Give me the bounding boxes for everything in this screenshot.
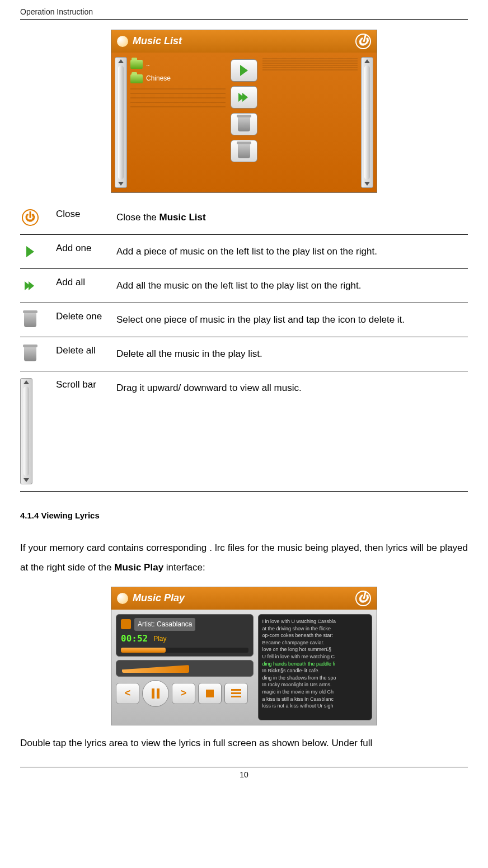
legend-row-scroll: Scroll bar Drag it upward/ downward to v… [20, 371, 468, 491]
playback-status: Play [153, 634, 166, 644]
legend-desc: Close the Music List [116, 201, 468, 235]
legend-name: Add all [56, 268, 116, 303]
section-paragraph-1: If your memory card contains correspondi… [20, 538, 468, 578]
lyrics-line: a kiss is still a kiss In Cassblanc [262, 696, 368, 703]
lyrics-line: Became champagne caviar. [262, 639, 368, 647]
right-scrollbar[interactable] [361, 57, 373, 188]
lyrics-line: love on the long hot summer£§ [262, 646, 368, 653]
progress-bar[interactable] [121, 648, 248, 653]
delete-one-icon [20, 310, 40, 330]
legend-desc: Add all the music on the left list to th… [116, 268, 468, 303]
delete-all-button[interactable] [231, 140, 257, 162]
lyrics-line: magic in the movie in my old Ch [262, 688, 368, 696]
legend-name: Delete all [56, 337, 116, 371]
download-icon[interactable] [121, 619, 131, 629]
folder-label: .. [146, 59, 150, 69]
music-list-mid-buttons [229, 57, 259, 188]
legend-row-close: ⏻ Close Close the Music List [20, 201, 468, 235]
lyrics-panel[interactable]: I in love with U watching Cassblaat the … [258, 614, 372, 720]
folder-icon [130, 74, 143, 83]
stop-button[interactable] [198, 683, 222, 704]
folder-label: Chinese [146, 74, 171, 83]
lyrics-line: In Rick£§s candle-lit cafe. [262, 667, 368, 674]
close-icon: ⏻ [22, 209, 39, 226]
lyrics-line: U fell in love with me watching C [262, 653, 368, 661]
legend-desc: Drag it upward/ downward to view all mus… [116, 371, 468, 491]
lyrics-line: at the driving show in the flicke [262, 625, 368, 633]
folder-item-chinese[interactable]: Chinese [130, 73, 226, 85]
add-one-icon [20, 242, 40, 262]
music-list-screenshot: Music List ⏻ .. Chinese [111, 30, 377, 193]
add-one-button[interactable] [231, 59, 257, 82]
legend-row-delete-one: Delete one Select one piece of music in … [20, 303, 468, 337]
music-list-title: Music List [133, 34, 182, 48]
legend-desc: Select one piece of music in the play li… [116, 303, 468, 337]
folder-item-parent[interactable]: .. [130, 58, 226, 70]
legend-desc: Add a piece of music on the left list to… [116, 234, 468, 268]
legend-row-add-all: Add all Add all the music on the left li… [20, 268, 468, 303]
page-header: Operation Instruction [20, 7, 468, 20]
folder-icon [130, 60, 143, 69]
left-scrollbar[interactable] [115, 57, 127, 188]
delete-all-icon [20, 344, 40, 364]
music-list-titlebar: Music List ⏻ [111, 30, 377, 53]
volume-panel[interactable] [116, 660, 254, 677]
page-number: 10 [20, 767, 468, 781]
playlist-button[interactable] [224, 683, 248, 704]
lyrics-line: kiss is not a kiss without Ur sigh [262, 702, 368, 710]
music-note-icon [117, 36, 128, 47]
scrollbar-icon [20, 378, 32, 484]
pause-button[interactable] [142, 680, 169, 707]
add-all-button[interactable] [231, 86, 257, 108]
music-list-left-pane: .. Chinese [130, 57, 226, 188]
next-button[interactable]: > [172, 683, 195, 704]
power-icon[interactable]: ⏻ [355, 591, 371, 606]
legend-name: Delete one [56, 303, 116, 337]
prev-button[interactable]: < [116, 683, 139, 704]
legend-name: Scroll bar [56, 371, 116, 491]
section-paragraph-2: Double tap the lyrics area to view the l… [20, 733, 468, 753]
lyrics-line: ding in the shadows from the spo [262, 674, 368, 682]
legend-desc: Delete all the music in the play list. [116, 337, 468, 371]
add-all-icon [20, 276, 40, 296]
lyrics-line: In rocky moonlight in Urs arms. [262, 681, 368, 688]
section-heading: 4.1.4 Viewing Lyrics [20, 510, 468, 521]
delete-one-button[interactable] [231, 113, 257, 135]
music-play-screenshot: Music Play ⏻ Artist: Casablanca 00:52 Pl… [111, 587, 377, 725]
artist-label: Artist: Casablanca [134, 618, 195, 631]
music-play-info-panel: Artist: Casablanca 00:52 Play [116, 614, 254, 657]
music-play-title: Music Play [133, 591, 185, 605]
lyrics-line: op-corn cokes beneath the star: [262, 632, 368, 639]
legend-name: Add one [56, 234, 116, 268]
music-play-titlebar: Music Play ⏻ [111, 587, 377, 610]
power-icon[interactable]: ⏻ [355, 34, 371, 49]
lyrics-line: ding hands beneath the paddle fi [262, 661, 368, 668]
music-list-right-pane [262, 57, 358, 188]
legend-row-add-one: Add one Add a piece of music on the left… [20, 234, 468, 268]
music-play-controls: < > [116, 680, 254, 707]
legend-row-delete-all: Delete all Delete all the music in the p… [20, 337, 468, 371]
lyrics-line: I in love with U watching Cassbla [262, 618, 368, 625]
playback-time: 00:52 [121, 633, 148, 645]
legend-name: Close [56, 201, 116, 235]
icon-legend-table: ⏻ Close Close the Music List Add one Add… [20, 201, 468, 492]
music-note-icon [117, 593, 128, 604]
